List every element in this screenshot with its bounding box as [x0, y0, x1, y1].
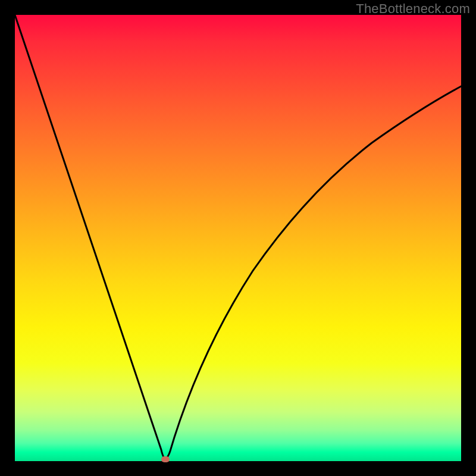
- optimal-point-marker: [161, 456, 170, 462]
- bottleneck-curve: [15, 15, 461, 461]
- curve-path: [15, 15, 461, 458]
- chart-frame: TheBottleneck.com: [0, 0, 476, 476]
- watermark-text: TheBottleneck.com: [356, 1, 470, 17]
